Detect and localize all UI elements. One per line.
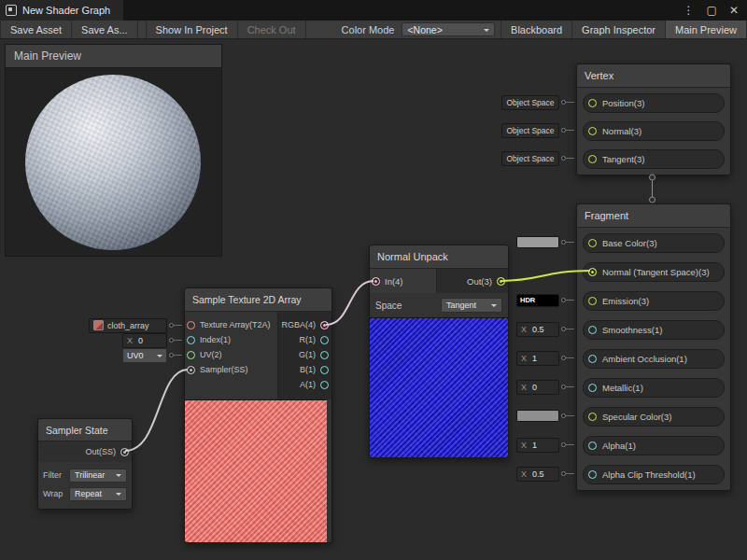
toolbar-gap <box>138 21 146 38</box>
float-value: 1 <box>532 354 537 363</box>
space-dropdown[interactable]: Tangent <box>441 298 502 313</box>
port-label: Out(SS) <box>85 447 116 456</box>
alpha-clip-threshold-port[interactable] <box>588 470 597 479</box>
tangent-port[interactable] <box>588 155 597 163</box>
shader-graph-icon <box>6 5 17 16</box>
sample-texture-2d-array-node[interactable]: Sample Texture 2D Array Texture Array(T2… <box>184 287 332 543</box>
uv-port[interactable] <box>187 351 195 359</box>
input-row-in: In(4) <box>370 269 437 293</box>
normal-map-preview <box>370 317 508 457</box>
texture-array-port[interactable] <box>187 321 195 329</box>
blackboard-button[interactable]: Blackboard <box>500 21 572 38</box>
float-field[interactable]: X 1 <box>516 351 559 366</box>
vertex-node[interactable]: Vertex Position(3) Normal(3) Tangent(3) <box>576 63 731 175</box>
color-swatch[interactable] <box>516 236 559 248</box>
port-label: Specular Color(3) <box>602 412 671 422</box>
hdr-color-swatch[interactable]: HDR <box>516 294 559 307</box>
smoothness-port[interactable] <box>588 326 597 334</box>
shader-graph-tab[interactable]: New Shader Graph <box>0 0 123 21</box>
emission-port[interactable] <box>588 297 597 305</box>
port-label: Texture Array(T2A) <box>200 320 271 329</box>
toolbar: Save Asset Save As... Show In Project Ch… <box>0 21 747 39</box>
main-preview-header[interactable]: Main Preview <box>6 45 221 68</box>
float-field[interactable]: X 1 <box>516 438 559 453</box>
out-port[interactable] <box>497 277 505 286</box>
sampler-port[interactable] <box>187 366 195 374</box>
widget-wire <box>566 386 574 387</box>
port-label: Normal(3) <box>602 126 641 136</box>
tangent-space-widget: Object Space <box>501 150 574 166</box>
port-row-specular-color: Specular Color(3) <box>583 407 725 427</box>
tab-title: New Shader Graph <box>22 5 110 16</box>
metallic-port[interactable] <box>588 384 597 392</box>
out-ss-port[interactable] <box>120 448 129 456</box>
float-field[interactable]: X 0 <box>516 380 559 395</box>
index-port[interactable] <box>187 336 195 344</box>
axis-label: X <box>521 354 527 363</box>
show-in-project-button[interactable]: Show In Project <box>146 21 238 38</box>
vertex-fragment-link <box>650 175 655 203</box>
maximize-button[interactable]: ▢ <box>707 4 717 17</box>
space-value: Tangent <box>446 301 476 310</box>
preview-sphere <box>25 75 201 250</box>
b-port[interactable] <box>320 366 329 374</box>
edge-rgba-to-in[interactable] <box>326 281 374 325</box>
normal-unpack-node[interactable]: Normal Unpack In(4) Out(3) Space Tangent <box>369 245 509 458</box>
rgba-port[interactable] <box>320 321 329 329</box>
port-label: Emission(3) <box>602 296 649 306</box>
r-port[interactable] <box>320 336 329 344</box>
float-field[interactable]: X 0.5 <box>516 467 559 482</box>
position-port[interactable] <box>588 99 597 107</box>
node-body: Position(3) Normal(3) Tangent(3) <box>577 88 730 175</box>
output-row-g: G(1) <box>299 347 329 362</box>
space-dropdown[interactable]: Object Space <box>501 123 559 138</box>
specular-color-port[interactable] <box>588 413 597 421</box>
float-field[interactable]: X 0.5 <box>516 322 559 337</box>
port-row-alpha-clip-threshold: Alpha Clip Threshold(1) <box>583 465 725 484</box>
shader-graph-window: New Shader Graph ⋮ ▢ ✕ Save Asset Save A… <box>0 0 747 560</box>
in-port[interactable] <box>372 277 380 286</box>
color-swatch[interactable] <box>516 410 559 422</box>
space-dropdown[interactable]: Object Space <box>501 95 559 110</box>
output-row-r: R(1) <box>300 332 330 347</box>
input-row-texture-array: Texture Array(T2A) <box>187 317 271 332</box>
port-row-normal-tangent-space: Normal (Tangent Space)(3) <box>583 262 725 282</box>
edge-samplerstate-to-sampler[interactable] <box>125 370 188 451</box>
dropdown-arrow-icon <box>116 474 121 480</box>
node-title: Vertex <box>577 64 730 88</box>
smoothness-widget: X 0.5 <box>516 321 574 337</box>
save-as-button[interactable]: Save As... <box>72 21 138 38</box>
save-asset-button[interactable]: Save Asset <box>0 21 72 38</box>
g-port[interactable] <box>320 351 329 359</box>
uv-channel-value: UV0 <box>127 351 144 360</box>
ambient-occlusion-port[interactable] <box>588 355 597 363</box>
wrap-dropdown[interactable]: Repeat <box>69 487 127 501</box>
main-preview-button[interactable]: Main Preview <box>666 21 747 38</box>
port-label: Out(3) <box>467 276 492 287</box>
graph-inspector-button[interactable]: Graph Inspector <box>572 21 666 38</box>
normal-port[interactable] <box>588 127 597 135</box>
base-color-port[interactable] <box>588 239 597 247</box>
fragment-node[interactable]: Fragment Base Color(3) Normal (Tangent S… <box>576 203 731 491</box>
color-mode-dropdown[interactable]: <None> <box>402 22 495 36</box>
texture-object-field[interactable]: cloth_array <box>89 318 167 333</box>
output-row-b: B(1) <box>300 362 329 377</box>
uv-channel-dropdown[interactable]: UV0 <box>122 348 167 363</box>
a-port[interactable] <box>320 381 329 389</box>
space-dropdown[interactable]: Object Space <box>501 151 559 166</box>
alpha-port[interactable] <box>588 441 597 450</box>
graph-canvas[interactable]: Main Preview Vertex Position(3) Normal(3… <box>0 39 747 560</box>
index-widget: X 0 <box>122 332 182 348</box>
node-title: Sample Texture 2D Array <box>185 288 331 312</box>
filter-dropdown[interactable]: Trilinear <box>69 469 127 483</box>
close-button[interactable]: ✕ <box>729 4 739 17</box>
port-label: Metallic(1) <box>602 383 643 393</box>
normal-tangent-space-port[interactable] <box>588 268 597 276</box>
port-label: R(1) <box>300 335 317 344</box>
output-row-out-ss: Out(SS) <box>38 441 132 462</box>
port-label: Sampler(SS) <box>200 365 248 374</box>
port-label: Base Color(3) <box>602 238 657 248</box>
float-field[interactable]: X 0 <box>122 333 167 348</box>
window-menu-button[interactable]: ⋮ <box>684 4 695 17</box>
sampler-state-node[interactable]: Sampler State Out(SS) Filter Trilinear W… <box>37 418 133 510</box>
